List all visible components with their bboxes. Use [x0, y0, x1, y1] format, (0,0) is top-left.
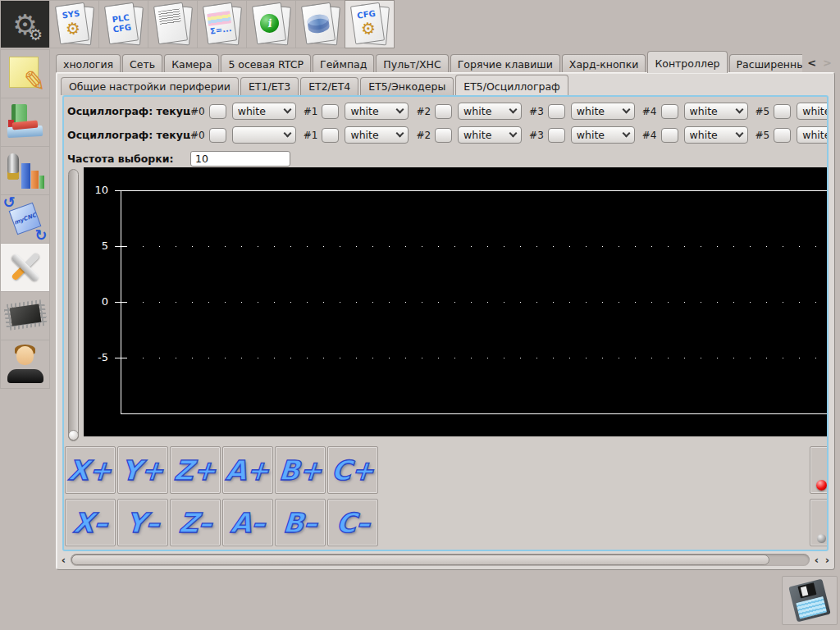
tab-hotkeys[interactable]: Горячие клавиши: [450, 54, 560, 73]
database-document-icon: [302, 3, 340, 46]
floppy-disk-icon: [788, 579, 830, 623]
tab-camera[interactable]: Камера: [164, 54, 219, 73]
tab-5axis-rtcp[interactable]: 5 осевая RTCP: [221, 54, 311, 73]
channel-enable-checkbox[interactable]: [209, 104, 226, 119]
info-document-button[interactable]: i: [246, 0, 296, 48]
channel-label: #1: [304, 106, 318, 117]
slider-thumb[interactable]: [68, 430, 79, 441]
tab-pendant-xhc[interactable]: Пульт/ХНС: [376, 54, 448, 73]
scroll-forward-icon[interactable]: ›: [822, 555, 833, 566]
subtab-et5-oscilloscope[interactable]: ET5/Осциллограф: [455, 75, 568, 95]
channel-label: #5: [756, 130, 770, 141]
subtab-et5-encoders[interactable]: ET5/Энкодеры: [360, 77, 454, 95]
channel-enable-checkbox[interactable]: [661, 128, 678, 143]
sidebar-item-settings-tools[interactable]: [0, 243, 50, 292]
channel-color-select[interactable]: white: [571, 126, 635, 144]
channel-enable-checkbox[interactable]: [548, 128, 565, 143]
channel-color-select[interactable]: white: [571, 103, 635, 120]
subtab-peripheral-general[interactable]: Общие настройки периферии: [61, 77, 239, 95]
jog-y-plus-button[interactable]: Y+: [117, 446, 168, 494]
subtab-et1-et3[interactable]: ET1/ET3: [240, 77, 299, 95]
channel-label: #0: [190, 130, 205, 141]
jog-b-minus-button[interactable]: B–: [275, 499, 326, 546]
scroll-left-icon[interactable]: ‹: [58, 555, 69, 566]
channel-color-select[interactable]: white: [458, 126, 522, 144]
chevron-down-icon: [735, 106, 743, 114]
tab-gamepad[interactable]: Геймпад: [313, 54, 374, 73]
indicator-gray-button[interactable]: [810, 499, 829, 546]
macro-document-button[interactable]: Σ=...: [197, 0, 247, 48]
chevron-down-icon: [622, 106, 630, 114]
tab-controller[interactable]: Контроллер: [647, 51, 727, 73]
channel-enable-checkbox[interactable]: [661, 104, 678, 119]
sample-rate-input[interactable]: [190, 151, 290, 167]
cfg-settings-button[interactable]: CFG ⚙: [345, 0, 395, 48]
jog-label: B–: [282, 509, 318, 536]
tab-advanced-settings[interactable]: Расширенные настройки: [729, 54, 803, 73]
channel-color-select[interactable]: white: [797, 126, 827, 144]
scrollbar-track[interactable]: [71, 554, 810, 566]
jog-label: Y–: [126, 509, 161, 536]
jog-z-minus-button[interactable]: Z–: [170, 499, 221, 546]
channel-enable-checkbox[interactable]: [322, 128, 339, 143]
vertical-scale-slider[interactable]: [68, 169, 79, 441]
jog-c-minus-button[interactable]: C–: [327, 499, 378, 546]
channel-enable-checkbox[interactable]: [435, 104, 452, 119]
gear-icon: ⚙: [359, 19, 377, 37]
indicator-red-button[interactable]: [810, 446, 829, 494]
y-tick-mark: [115, 190, 121, 191]
channel-enable-checkbox[interactable]: [774, 104, 791, 119]
scroll-back-icon[interactable]: ‹: [811, 555, 822, 566]
grid-dotted-line: [126, 358, 828, 358]
jog-b-plus-button[interactable]: B+: [275, 446, 326, 494]
channel-enable-checkbox[interactable]: [322, 104, 339, 119]
chevron-down-icon: [283, 130, 291, 138]
note-pencil-icon: ✎: [7, 55, 44, 93]
channel-color-select[interactable]: [232, 126, 296, 144]
chevron-down-icon: [735, 130, 743, 138]
database-document-button[interactable]: [295, 0, 345, 48]
sidebar-item-edit-note[interactable]: ✎: [0, 49, 50, 98]
sidebar-item-mycnc-rotation[interactable]: myCNC ↺↻: [0, 194, 50, 244]
channel-enable-checkbox[interactable]: [548, 104, 565, 119]
channel-color-select[interactable]: white: [345, 103, 409, 120]
jog-a-minus-button[interactable]: A–: [222, 499, 273, 546]
subtab-et2-et4[interactable]: ET2/ET4: [300, 77, 358, 95]
channel-color-select[interactable]: white: [232, 103, 296, 120]
tab-scroll-right-icon[interactable]: >: [823, 57, 832, 68]
horizontal-scrollbar[interactable]: ‹ ‹ ›: [58, 554, 833, 566]
tab-technology[interactable]: хнология: [56, 54, 121, 73]
jog-x-plus-button[interactable]: X+: [65, 446, 116, 494]
channel-enable-checkbox[interactable]: [435, 128, 452, 143]
plc-label: PLC: [112, 13, 130, 24]
select-value: white: [350, 105, 397, 117]
channel-enable-checkbox[interactable]: [774, 128, 791, 143]
sidebar-item-documentation[interactable]: [0, 98, 50, 147]
sidebar-item-user-profile[interactable]: [0, 340, 50, 389]
top-toolbar: ⚙ ⚙ SYS ⚙ PLC CFG: [0, 0, 394, 48]
tab-scroll-left-icon[interactable]: <: [807, 57, 816, 68]
tab-network[interactable]: Сеть: [122, 54, 162, 73]
sidebar-item-tool-statistics[interactable]: [0, 146, 50, 195]
plc-cfg-button[interactable]: PLC CFG: [98, 0, 148, 48]
system-gears-button[interactable]: ⚙ ⚙: [0, 0, 50, 48]
scrollbar-thumb[interactable]: [71, 555, 769, 565]
jog-a-plus-button[interactable]: A+: [222, 446, 273, 494]
jog-x-minus-button[interactable]: X–: [65, 499, 116, 546]
user-avatar-icon: [7, 345, 44, 383]
sidebar-item-hardware-chip[interactable]: [0, 291, 50, 340]
channel-color-select[interactable]: white: [684, 126, 748, 144]
log-document-button[interactable]: [148, 0, 198, 48]
channel-color-select[interactable]: white: [684, 103, 748, 120]
jog-y-minus-button[interactable]: Y–: [117, 499, 168, 546]
channel-color-select[interactable]: white: [797, 103, 827, 120]
channel-color-select[interactable]: white: [345, 126, 409, 144]
tab-hard-buttons[interactable]: Хард-кнопки: [562, 54, 646, 73]
jog-z-plus-button[interactable]: Z+: [170, 446, 221, 494]
save-button[interactable]: [782, 576, 838, 625]
channel-color-select[interactable]: white: [458, 103, 522, 120]
sys-settings-button[interactable]: SYS ⚙: [49, 0, 99, 48]
channel-enable-checkbox[interactable]: [209, 128, 226, 143]
chevron-down-icon: [396, 106, 404, 114]
jog-c-plus-button[interactable]: C+: [327, 446, 378, 494]
